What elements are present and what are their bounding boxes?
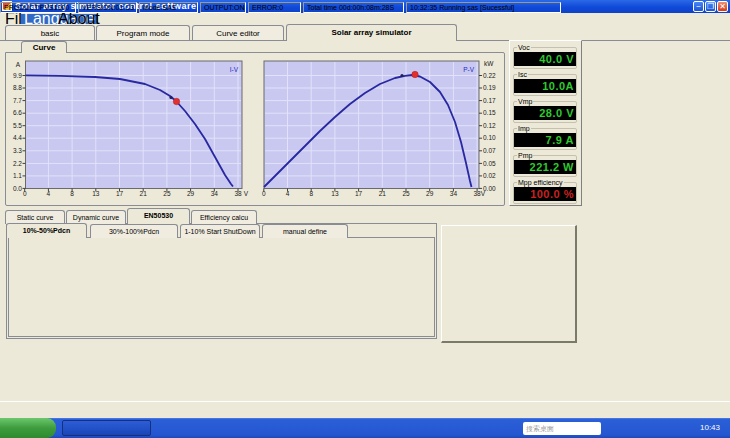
svg-text:0: 0 [23, 190, 27, 197]
svg-text:0.22: 0.22 [483, 72, 496, 79]
svg-text:P-V: P-V [463, 66, 475, 73]
svg-text:0.17: 0.17 [483, 97, 496, 104]
svg-text:V: V [244, 190, 249, 197]
svg-text:9.9: 9.9 [13, 72, 22, 79]
svg-text:I-V: I-V [230, 66, 239, 73]
svg-text:17: 17 [116, 190, 124, 197]
svg-text:A: A [16, 61, 21, 68]
svg-text:5.5: 5.5 [13, 122, 22, 129]
svg-text:34: 34 [211, 190, 219, 197]
svg-text:17: 17 [355, 190, 363, 197]
svg-text:0.07: 0.07 [483, 147, 496, 154]
svg-text:25: 25 [402, 190, 410, 197]
svg-text:21: 21 [140, 190, 148, 197]
svg-text:0.00: 0.00 [483, 185, 496, 192]
svg-text:4: 4 [286, 190, 290, 197]
svg-text:0.05: 0.05 [483, 160, 496, 167]
svg-text:0.15: 0.15 [483, 109, 496, 116]
svg-text:2.2: 2.2 [13, 160, 22, 167]
svg-text:29: 29 [187, 190, 195, 197]
svg-text:0.02: 0.02 [483, 172, 496, 179]
svg-text:8: 8 [70, 190, 74, 197]
svg-text:0.19: 0.19 [483, 84, 496, 91]
svg-text:25: 25 [163, 190, 171, 197]
svg-text:13: 13 [331, 190, 339, 197]
svg-text:1.1: 1.1 [13, 172, 22, 179]
svg-text:4.4: 4.4 [13, 134, 22, 141]
svg-text:7.7: 7.7 [13, 97, 22, 104]
svg-text:3.3: 3.3 [13, 147, 22, 154]
svg-text:8.8: 8.8 [13, 84, 22, 91]
svg-text:21: 21 [379, 190, 387, 197]
svg-text:29: 29 [426, 190, 434, 197]
svg-text:13: 13 [92, 190, 100, 197]
svg-text:8: 8 [309, 190, 313, 197]
svg-text:38: 38 [234, 190, 242, 197]
svg-text:34: 34 [450, 190, 458, 197]
svg-text:kW: kW [484, 60, 494, 67]
svg-text:0.12: 0.12 [483, 122, 496, 129]
svg-text:0.0: 0.0 [13, 185, 22, 192]
svg-text:4: 4 [47, 190, 51, 197]
svg-text:0.10: 0.10 [483, 134, 496, 141]
svg-text:0: 0 [262, 190, 266, 197]
svg-text:6.6: 6.6 [13, 109, 22, 116]
